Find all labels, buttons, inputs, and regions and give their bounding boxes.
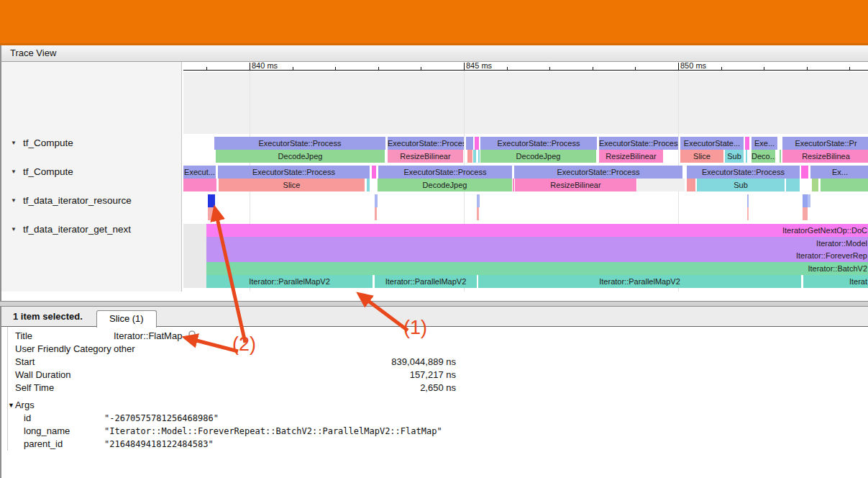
trace-slice[interactable] [747,207,749,220]
trace-slice[interactable] [183,237,206,250]
trace-slice[interactable] [475,137,479,150]
args-section-header[interactable]: ▼Args [8,399,868,412]
trace-slice[interactable]: ExecutorState::Process [514,166,682,179]
trace-slice[interactable] [183,262,206,275]
analysis-header: 1 item selected. Slice (1) [1,307,868,327]
trace-slice[interactable]: Slice [219,179,365,191]
field-value: 839,044,889 ns [114,356,456,369]
trace-slice[interactable] [637,179,685,191]
trace-slice[interactable] [375,194,378,207]
trace-slice[interactable]: Iterator::BatchV2 [206,262,868,275]
trace-slice[interactable]: ResizeBilinear [599,150,663,163]
collapse-triangle-icon[interactable]: ▼ [11,223,17,236]
trace-slice[interactable]: Exe... [751,137,777,150]
trace-slice[interactable]: ExecutorState::Process [599,137,678,150]
trace-slice[interactable] [803,194,808,207]
trace-slice[interactable]: ExecutorState::Process [480,137,597,150]
trace-slice[interactable]: ExecutorState::Process [388,137,464,150]
track-label-row[interactable]: ▼tf_Compute [1,137,181,150]
ruler-tick [293,67,293,70]
trace-slice[interactable] [183,224,206,237]
ruler-baseline [183,70,868,71]
trace-slice[interactable]: ExecutorState::Process [378,166,512,179]
trace-slice[interactable] [803,207,808,220]
trace-slice[interactable] [367,179,370,191]
trace-slice[interactable]: Sub [697,179,785,191]
trace-slice[interactable] [747,194,749,207]
timeline-canvas[interactable]: 840 ms845 ms850 msExecutorState::Process… [183,62,868,292]
trace-slice[interactable] [687,179,695,191]
trace-slice[interactable] [183,275,206,288]
field-label: User Friendly Category [15,343,114,356]
trace-slice[interactable] [745,137,749,150]
field-row: Wall Duration157,217 ns [8,369,868,382]
trace-slice[interactable]: Iterat [803,275,868,288]
ruler-tick [764,67,764,70]
trace-slice[interactable]: DecodeJpeg [378,179,512,191]
trace-slice[interactable]: ResizeBilinear [515,179,636,191]
trace-slice[interactable]: Deco... [751,150,775,163]
track-label: tf_Compute [23,137,73,148]
trace-slice[interactable]: DecodeJpeg [480,150,596,163]
trace-slice[interactable]: DecodeJpeg [216,150,385,163]
tab-slice[interactable]: Slice (1) [96,310,157,328]
trace-slice[interactable]: ExecutorState::Pr [782,137,868,150]
trace-slice[interactable] [821,179,868,191]
trace-slice[interactable] [466,137,473,150]
selection-status: 1 item selected. [13,307,83,326]
ruler-tick [635,67,636,70]
trace-slice[interactable] [183,179,216,191]
trace-slice[interactable]: Iterator::ParallelMapV2 [375,275,477,288]
trace-slice[interactable]: Sub [725,150,744,163]
trace-slice[interactable]: Iterator::Model [206,237,868,250]
trace-slice[interactable]: Iterator::ParallelMapV2 [478,275,801,288]
trace-slice[interactable] [208,207,215,220]
trace-slice[interactable] [808,194,810,207]
trace-slice[interactable] [208,194,215,207]
search-icon[interactable] [188,330,198,341]
trace-slice[interactable] [473,150,476,163]
track-label-row[interactable]: ▼tf_data_iterator_get_next [1,223,181,236]
trace-slice[interactable]: IteratorGetNextOp::DoC [206,224,868,237]
trace-slice[interactable] [812,179,818,191]
trace-slice[interactable] [780,150,781,163]
horizontal-splitter[interactable] [0,301,868,307]
trace-slice[interactable]: Ex... [810,166,868,179]
trace-slice[interactable]: ResizeBilinea [782,150,868,163]
trace-slice[interactable]: Execut... [183,166,216,179]
trace-slice[interactable]: ResizeBilinear [388,150,463,163]
ruler-tick [206,67,207,70]
ruler-tick [250,63,250,70]
trace-slice[interactable] [478,150,480,163]
collapse-triangle-icon[interactable]: ▼ [11,194,17,207]
field-label: Title [15,330,114,343]
trace-slice[interactable]: Iterator::ParallelMapV2 [206,275,373,288]
trace-slice[interactable] [801,166,808,179]
trace-slice[interactable]: ExecutorState... [680,137,744,150]
trace-slice[interactable] [375,207,377,220]
ruler-tick [678,63,679,70]
trace-slice[interactable] [477,194,480,207]
trace-slice[interactable]: ExecutorState::Process [218,166,370,179]
trace-slice[interactable]: ExecutorState::Process [687,166,800,179]
trace-slice[interactable] [467,150,472,163]
trace-slice[interactable] [183,250,206,262]
collapse-triangle-icon[interactable]: ▼ [11,166,17,179]
trace-slice[interactable] [513,179,514,191]
trace-slice[interactable]: Iterator::ForeverRep [206,250,868,262]
trace-slice[interactable]: Slice [680,150,723,163]
ruler-tick [849,67,850,70]
track-label-row[interactable]: ▼tf_data_iterator_resource [1,194,181,207]
trace-slice[interactable] [477,207,479,220]
track-label-row[interactable]: ▼tf_Compute [1,166,181,179]
trace-slice[interactable] [786,179,800,191]
arg-row: parent_id"2164849418122484583" [8,438,868,451]
trace-slice[interactable] [372,166,376,179]
collapse-triangle-icon[interactable]: ▼ [11,137,17,150]
args-header-label: Args [15,400,35,410]
collapse-triangle-icon[interactable]: ▼ [8,402,14,409]
trace-slice[interactable]: ExecutorState::Process [214,137,385,150]
trace-slice[interactable] [746,150,747,163]
ruler-tick [721,67,722,70]
ruler-tick [464,63,465,70]
